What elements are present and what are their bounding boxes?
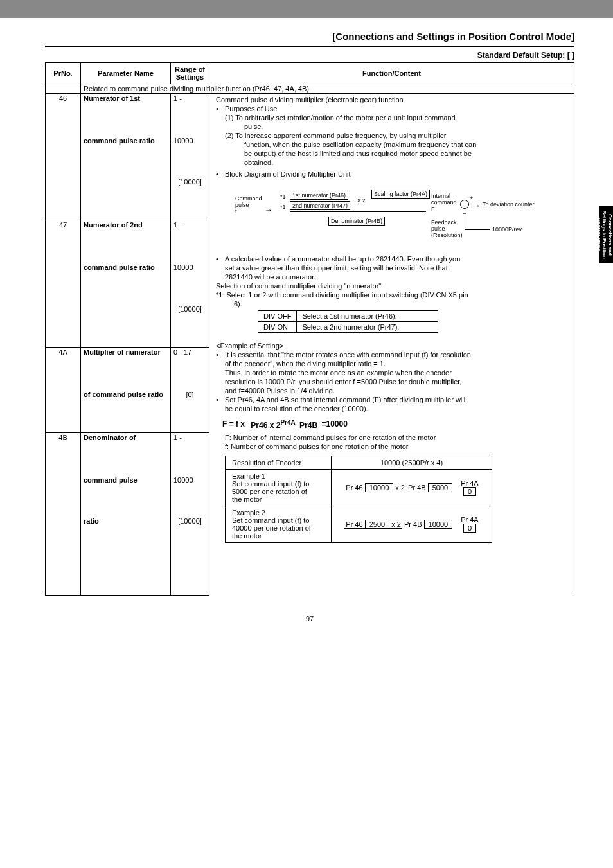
e1-l3: 5000 per one rotation of: [232, 488, 307, 495]
row-4A-range3: [0]: [171, 390, 209, 433]
row-46-name2: command pulse ratio: [84, 137, 155, 145]
row-47-name2: command pulse ratio: [84, 263, 155, 271]
calc-star: *1: Select 1 or 2 with command dividing …: [216, 291, 571, 299]
diag-cmd-l3: f: [235, 208, 237, 215]
content-area: [Connections and Settings in Position Co…: [0, 18, 613, 623]
bullet-icon: •: [216, 351, 225, 359]
row-4B-range2: 10000: [171, 475, 209, 517]
diag-fb-l3: (Resolution): [431, 232, 463, 238]
calc-b1c: 2621440 will be a numerator.: [216, 273, 571, 281]
div-off-label: DIV OFF: [258, 311, 297, 322]
row-4B-range1: 1 -: [171, 432, 209, 475]
fn-line4d: obtained.: [216, 159, 571, 166]
e1-top-v: 10000: [365, 483, 394, 492]
ex-b1b: of the encoder", when the diving multipl…: [216, 360, 571, 368]
example-2-right: Pr 46 2500 x 2 Pr 4B 10000 Pr 4A 0: [332, 506, 492, 543]
row-4A-range1: 0 - 17: [171, 347, 209, 390]
side-tab: Connections and Settings in Position Con…: [599, 206, 613, 263]
row-46-range1: 1 -: [171, 94, 209, 137]
e2-pr4a-lbl: Pr 4A: [461, 516, 479, 524]
row-4B-name1: Denominator of: [84, 434, 136, 441]
formula-lhs: F = f x: [222, 420, 245, 429]
default-setup-label: Standard Default Setup: [ ]: [45, 51, 574, 60]
ex-b1d: resolution is 10000 P/r, you should ente…: [216, 378, 571, 385]
row-4B-name3: ratio: [84, 517, 99, 525]
col-name-header: Parameter Name: [81, 63, 171, 84]
diag-star1b: *1: [280, 204, 286, 210]
calc-b1b: set a value greater than this upper limi…: [216, 264, 571, 272]
diag-num2-box: 2nd numerator (Pr47): [290, 201, 350, 210]
example-1-right: Pr 46 10000 x 2 Pr 4B 5000 Pr 4A 0: [332, 470, 492, 506]
prno-47: 47: [46, 220, 81, 263]
example-1-left: Example 1 Set command input (f) to 5000 …: [226, 470, 332, 506]
fn-line3b: pulse.: [216, 123, 571, 130]
e2-bot-v: 10000: [424, 520, 453, 529]
ex-b1e: and f=40000 Pulses in 1/4 dividing.: [216, 387, 571, 394]
example-heading: <Example of Setting>: [216, 342, 571, 350]
diag-num1-box: 1st numerator (Pr46): [290, 191, 348, 200]
row-47-range3: [10000]: [171, 305, 209, 348]
ex-b1c: Thus, in order to rotate the motor once …: [216, 369, 571, 376]
bullet-icon: •: [216, 396, 225, 403]
fn-line5: Block Diagram of Dividing Multiplier Uni…: [225, 170, 351, 178]
ex-b2b: be equal to resolution of the encoder (1…: [216, 405, 571, 412]
page-title: [Connections and Settings in Position Co…: [45, 31, 574, 47]
e2-l3: 40000 per one rotation of: [232, 524, 311, 532]
top-gray-bar: [0, 0, 613, 18]
e2-top-pre: Pr 46: [346, 520, 362, 528]
ex-b2: Set Pr46, 4A and 4B so that internal com…: [225, 396, 465, 403]
row-46-range3: [10000]: [171, 177, 209, 220]
e1-top-post: x 2: [395, 484, 405, 492]
sum-node-icon: [460, 200, 469, 209]
formula-rhs: =10000: [321, 420, 347, 429]
div-off-desc: Select a 1st numerator (Pr46).: [297, 311, 438, 322]
div-table: DIV OFFSelect a 1st numerator (Pr46). DI…: [258, 310, 438, 333]
e1-l1: Example 1: [232, 472, 265, 480]
formula-den: Pr4B: [299, 421, 317, 430]
ex-b1: It is essential that "the motor rotates …: [225, 351, 471, 359]
formula-sup: Pr4A: [280, 419, 295, 426]
fn-line2: Purposes of Use: [225, 105, 277, 112]
col-range-header: Range of Settings: [171, 63, 209, 84]
diag-scale-box: Scaling factor (Pr4A): [371, 190, 430, 199]
arrow-icon: [473, 201, 481, 210]
diag-fb-l1: Feedback: [431, 219, 457, 226]
bullet-icon: •: [216, 170, 225, 178]
e1-top-pre: Pr 46: [346, 484, 362, 492]
formula-fdesc: F: Number of internal command pulses for…: [216, 434, 571, 441]
e2-pr4a-v: 0: [463, 524, 476, 533]
prno-4B: 4B: [46, 432, 81, 475]
formula-fdesc2: f: Number of command pulses for one rota…: [216, 443, 571, 450]
parameter-table: PrNo. Parameter Name Range of Settings F…: [45, 62, 574, 596]
fn-line4c: be output) of the host is limited and th…: [216, 150, 571, 157]
row-4A-name1: Multiplier of numerator: [84, 348, 161, 356]
extable-h2: 10000 (2500P/r x 4): [332, 456, 492, 470]
example-2-left: Example 2 Set command input (f) to 40000…: [226, 506, 332, 543]
fn-line4b: function, when the pulse oscillation cap…: [216, 141, 571, 148]
row-46-name1: Numerator of 1st: [84, 94, 140, 102]
e2-l1: Example 2: [232, 509, 265, 517]
prno-46: 46: [46, 94, 81, 137]
diag-res: 10000P/rev: [492, 226, 522, 233]
prno-4A: 4A: [46, 347, 81, 390]
diag-to-dev: To deviation counter: [483, 201, 535, 208]
diag-star1a: *1: [280, 193, 286, 200]
diag-cmd-l2: pulse: [235, 202, 249, 208]
fn-line4: (2) To increase apparent command pulse f…: [216, 132, 571, 139]
row-4B-range3: [10000]: [171, 517, 209, 558]
diag-cmd-l1: Command: [235, 195, 262, 202]
e2-top-post: x 2: [391, 520, 401, 528]
function-content: Command pulse dividing multiplier (elect…: [212, 96, 571, 594]
diag-denom-box: Denominator (Pr4B): [328, 217, 385, 226]
e1-bot-v: 5000: [428, 483, 452, 492]
row-47-range1: 1 -: [171, 220, 209, 263]
e1-l4: the motor: [232, 495, 262, 503]
row-4B-name2: command pulse: [84, 476, 138, 484]
block-diagram: Command pulse f *1 *1 1st numerator (Pr4…: [235, 184, 544, 249]
calc-sel: Selection of command multiplier dividing…: [216, 282, 571, 290]
fn-line3: (1) To arbitrarily set rotation/motion o…: [216, 114, 571, 121]
examples-table: Resolution of Encoder 10000 (2500P/r x 4…: [225, 456, 492, 543]
e2-l2: Set command input (f) to: [232, 517, 309, 524]
diag-int-l2: command: [431, 199, 457, 206]
calc-b1: A calculated value of a numerator shall …: [225, 255, 460, 263]
